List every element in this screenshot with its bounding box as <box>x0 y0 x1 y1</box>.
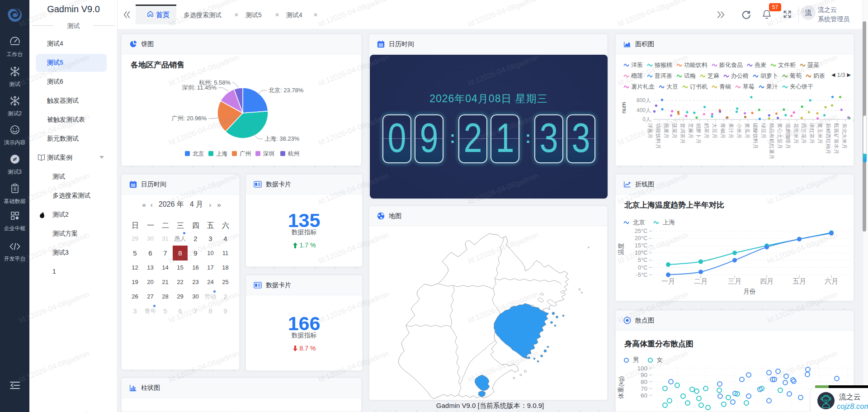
svg-text:90: 90 <box>641 372 647 379</box>
svg-text:北京: 北京 <box>193 151 204 157</box>
svg-text:上海: 38.23%: 上海: 38.23% <box>264 135 300 142</box>
svg-text:20°C: 20°C <box>635 235 647 242</box>
svg-text:月份: 月份 <box>744 288 756 295</box>
svg-text:10°C: 10°C <box>635 250 647 256</box>
svg-text:杭州: 杭州 <box>288 151 299 157</box>
svg-text:5°C: 5°C <box>638 257 647 263</box>
svg-text:广州: 20.96%: 广州: 20.96% <box>172 115 207 122</box>
svg-text:温度: 温度 <box>618 243 624 255</box>
svg-text:15°C: 15°C <box>635 242 647 249</box>
svg-text:0°C: 0°C <box>638 265 647 271</box>
svg-text:三月: 三月 <box>728 277 741 285</box>
svg-text:体重(kg): 体重(kg) <box>618 376 624 399</box>
svg-text:25°C: 25°C <box>635 228 647 234</box>
svg-text:60: 60 <box>641 392 647 399</box>
svg-text:二月: 二月 <box>694 277 708 285</box>
svg-text:800人: 800人 <box>637 97 651 104</box>
svg-text:四月: 四月 <box>760 277 774 285</box>
svg-text:一月: 一月 <box>661 277 675 285</box>
svg-text:杭州: 5.58%: 杭州: 5.58% <box>199 79 231 86</box>
svg-text:400人: 400人 <box>637 107 651 114</box>
svg-text:80: 80 <box>641 379 647 385</box>
svg-text:上海: 上海 <box>216 151 228 157</box>
svg-text:num: num <box>620 102 627 114</box>
svg-text:五月: 五月 <box>793 277 806 285</box>
svg-text:北京: 23.78%: 北京: 23.78% <box>269 87 304 94</box>
svg-text:70: 70 <box>641 385 647 392</box>
svg-text:深圳: 深圳 <box>263 151 274 157</box>
svg-text:0人: 0人 <box>642 116 651 123</box>
svg-text:广州: 广州 <box>240 151 251 157</box>
svg-text:100: 100 <box>637 365 647 372</box>
svg-text:-5°C: -5°C <box>636 272 647 278</box>
svg-text:六月: 六月 <box>825 277 838 285</box>
